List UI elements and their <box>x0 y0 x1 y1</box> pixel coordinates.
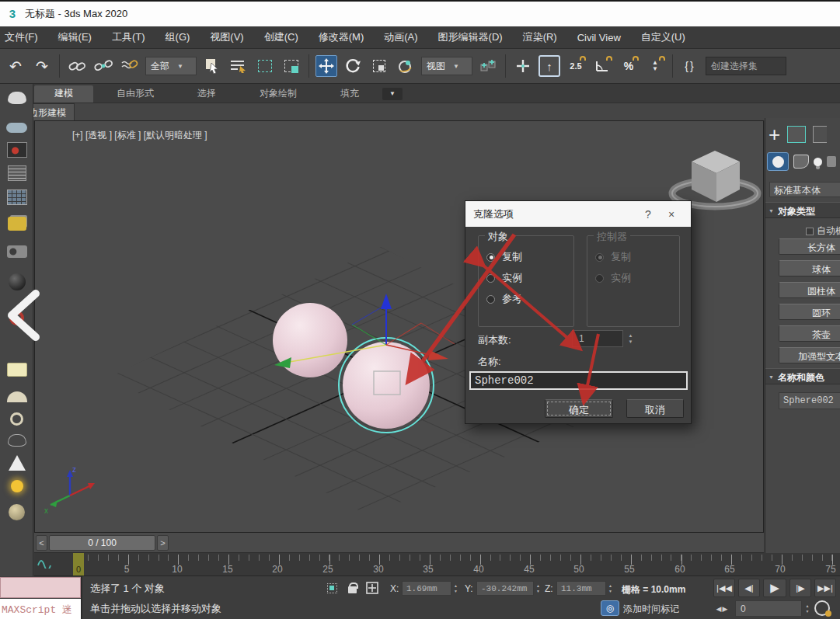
select-and-manipulate-icon[interactable] <box>395 55 417 77</box>
name-color-rollout[interactable]: ▼名称和颜色 <box>765 368 840 384</box>
spinner-snap-icon[interactable]: ▲▼ <box>644 55 666 77</box>
previous-frame-arrow-icon[interactable]: < <box>36 535 47 551</box>
add-time-tag[interactable]: 添加时间标记 <box>623 603 679 616</box>
current-frame-marker[interactable]: 0 <box>73 553 84 576</box>
snap-toggle-3d-icon[interactable] <box>512 55 534 77</box>
dome-icon[interactable] <box>6 387 27 407</box>
geometry-category-icon[interactable] <box>767 152 789 171</box>
radio-instance[interactable]: 实例 <box>486 271 522 285</box>
create-tab-icon[interactable]: + <box>769 124 780 144</box>
reference-coordinate-dropdown[interactable]: 视图 ▼ <box>421 57 472 75</box>
camera-icon[interactable] <box>6 242 27 262</box>
isolate-toggle-icon[interactable]: ◎ <box>601 600 619 616</box>
sphere-button[interactable]: 球体 <box>779 260 840 276</box>
menu-rendering[interactable]: 渲染(R) <box>523 30 557 44</box>
ribbon-tab-selection[interactable]: 选择 <box>177 85 236 103</box>
box-button[interactable]: 长方体 <box>779 238 840 255</box>
copies-field[interactable]: 1 <box>572 330 623 347</box>
teapot-button[interactable]: 茶壶 <box>779 325 840 342</box>
z-spinner[interactable]: ▲▼ <box>607 581 614 596</box>
z-coordinate-field[interactable]: 11.3mm <box>556 581 606 596</box>
menu-modifiers[interactable]: 修改器(M) <box>319 30 364 44</box>
shapes-category-icon[interactable] <box>793 155 809 169</box>
next-frame-icon[interactable]: |▶ <box>789 579 811 597</box>
lock-selection-icon[interactable] <box>345 582 359 594</box>
track-bar[interactable]: 0 5 10 15 20 25 30 35 40 45 50 55 60 65 … <box>34 553 840 576</box>
next-frame-arrow-icon[interactable]: > <box>157 535 169 551</box>
x-spinner[interactable]: ▲▼ <box>452 581 459 596</box>
cylinder-button[interactable]: 圆柱体 <box>779 282 840 298</box>
copies-spinner[interactable]: ▲▼ <box>626 330 636 347</box>
text-plus-button[interactable]: 加强型文本 <box>779 347 840 363</box>
menu-edit[interactable]: 编辑(E) <box>58 30 92 44</box>
play-icon[interactable]: ▶ <box>763 579 786 597</box>
dialog-help-icon[interactable]: ? <box>636 208 660 221</box>
radio-copy[interactable]: 复制 <box>486 250 522 264</box>
select-and-scale-icon[interactable] <box>368 55 390 77</box>
frame-spinner[interactable]: ▲▼ <box>803 600 811 617</box>
menu-create[interactable]: 创建(C) <box>264 30 298 44</box>
current-frame-field[interactable]: 0 <box>735 600 802 617</box>
selection-filter-dropdown[interactable]: 全部 ▼ <box>145 57 197 75</box>
sun-icon[interactable] <box>6 476 27 496</box>
menu-views[interactable]: 视图(V) <box>210 30 243 44</box>
bind-to-space-warp-icon[interactable] <box>119 55 141 77</box>
time-slider-knob[interactable]: 0 / 100 <box>49 535 155 551</box>
plane-icon[interactable] <box>6 360 27 380</box>
y-coordinate-field[interactable]: -30.242mm <box>476 581 534 596</box>
cone-icon[interactable] <box>6 453 27 473</box>
undo-icon[interactable]: ↶ <box>5 55 26 77</box>
teapot-icon[interactable] <box>6 88 27 108</box>
dialog-close-icon[interactable]: × <box>660 208 683 221</box>
hierarchy-tab-icon[interactable] <box>813 126 827 143</box>
cloud-icon[interactable] <box>6 117 27 137</box>
select-and-move-icon[interactable] <box>315 55 337 77</box>
viewport-label[interactable]: [+] [透视 ] [标准 ] [默认明暗处理 ] <box>72 129 207 142</box>
cancel-button[interactable]: 取消 <box>626 399 684 418</box>
selection-region-icon[interactable] <box>325 582 339 594</box>
teapot-wireframe-icon[interactable] <box>6 430 27 450</box>
snap-25d-icon[interactable]: 2.5 <box>565 55 587 77</box>
object-name-field[interactable]: Sphere002 <box>779 392 840 409</box>
unlink-icon[interactable] <box>92 55 114 77</box>
scene-explorer-icon[interactable] <box>6 163 27 183</box>
select-object-icon[interactable] <box>201 55 223 77</box>
lights-category-icon[interactable] <box>814 158 822 166</box>
ok-button[interactable]: 确定 <box>545 399 613 418</box>
layer-explorer-icon[interactable] <box>6 214 27 234</box>
x-coordinate-field[interactable]: 1.69mm <box>402 581 451 596</box>
ribbon-tab-modeling[interactable]: 建模 <box>34 85 93 103</box>
torus-button[interactable]: 圆环 <box>779 304 840 320</box>
select-by-name-icon[interactable] <box>228 55 249 77</box>
dialog-title-bar[interactable]: 克隆选项 ? × <box>465 201 691 227</box>
primitive-category-dropdown[interactable]: 标准基本体 <box>769 182 840 197</box>
ribbon-tab-populate[interactable]: 填充 <box>320 85 379 103</box>
radio-reference[interactable]: 参考 <box>486 292 522 306</box>
select-and-rotate-icon[interactable] <box>342 55 364 77</box>
ribbon-tab-freeform[interactable]: 自由形式 <box>96 85 174 103</box>
redo-icon[interactable]: ↷ <box>31 55 53 77</box>
rendered-frame-icon[interactable] <box>6 140 27 160</box>
go-to-end-icon[interactable]: ▶▶| <box>814 579 836 597</box>
clone-name-input[interactable]: Sphere002 <box>469 371 688 390</box>
ribbon-config-dropdown-icon[interactable]: ▼ <box>382 88 403 100</box>
rectangular-selection-region-icon[interactable] <box>254 55 276 77</box>
menu-animation[interactable]: 动画(A) <box>384 30 417 44</box>
named-selection-set-field[interactable]: 创建选择集 <box>706 57 786 75</box>
menu-tools[interactable]: 工具(T) <box>112 30 145 44</box>
link-icon[interactable] <box>66 55 88 77</box>
menu-customize[interactable]: 自定义(U) <box>641 30 685 44</box>
listener-script-row[interactable]: MAXScript 迷 <box>0 599 81 619</box>
object-type-rollout[interactable]: ▼对象类型 <box>765 202 840 218</box>
time-configuration-icon[interactable] <box>814 600 830 616</box>
ribbon-tab-object-paint[interactable]: 对象绘制 <box>239 85 317 103</box>
angle-snap-icon[interactable] <box>591 55 613 77</box>
mini-curve-editor-icon[interactable] <box>37 558 53 569</box>
geosphere-icon[interactable] <box>6 502 27 522</box>
menu-civil-view[interactable]: Civil View <box>577 32 621 43</box>
ring-sphere-icon[interactable] <box>6 409 27 429</box>
modify-tab-icon[interactable] <box>787 126 806 143</box>
transform-gizmo-icon[interactable] <box>365 582 379 594</box>
edit-named-selection-sets-icon[interactable]: {} <box>679 55 701 77</box>
menu-group[interactable]: 组(G) <box>166 30 190 44</box>
